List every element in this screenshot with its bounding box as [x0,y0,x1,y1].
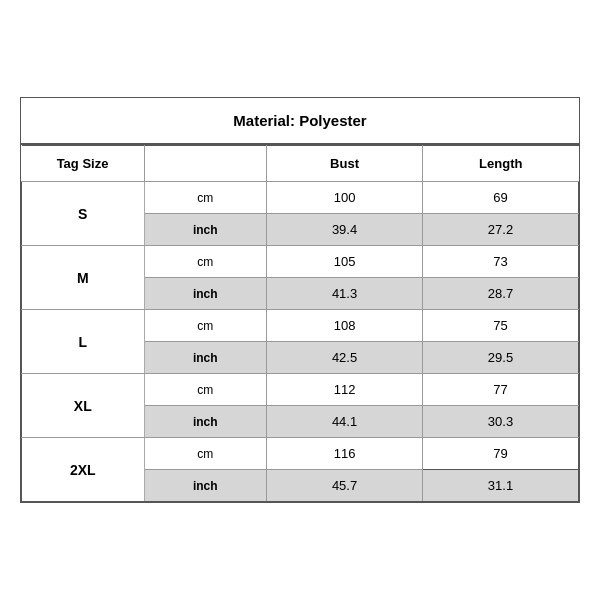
unit-cm-cell: cm [144,310,267,342]
tag-size-cell: 2XL [22,438,145,502]
length-inch-value: 27.2 [423,214,579,246]
unit-inch-cell: inch [144,278,267,310]
chart-title: Material: Polyester [21,98,579,144]
table-row: XLcm11277 [22,374,579,406]
tag-size-cell: XL [22,374,145,438]
bust-inch-value: 44.1 [267,406,423,438]
length-inch-value: 30.3 [423,406,579,438]
bust-cm-value: 100 [267,182,423,214]
length-inch-value: 29.5 [423,342,579,374]
bust-inch-value: 41.3 [267,278,423,310]
length-inch-value: 31.1 [423,470,579,502]
length-header: Length [423,146,579,182]
length-cm-value: 73 [423,246,579,278]
bust-cm-value: 112 [267,374,423,406]
bust-header: Bust [267,146,423,182]
length-cm-value: 69 [423,182,579,214]
unit-cm-cell: cm [144,374,267,406]
bust-inch-value: 39.4 [267,214,423,246]
unit-header [144,146,267,182]
bust-cm-value: 108 [267,310,423,342]
unit-inch-cell: inch [144,342,267,374]
table-header: Tag Size Bust Length [22,146,579,182]
unit-inch-cell: inch [144,406,267,438]
size-chart: Material: Polyester Tag Size Bust Length… [20,97,580,503]
table-row: Mcm10573 [22,246,579,278]
tag-size-cell: L [22,310,145,374]
bust-inch-value: 45.7 [267,470,423,502]
unit-inch-cell: inch [144,470,267,502]
table-row: 2XLcm11679 [22,438,579,470]
length-cm-value: 75 [423,310,579,342]
bust-cm-value: 116 [267,438,423,470]
unit-cm-cell: cm [144,438,267,470]
table-row: Scm10069 [22,182,579,214]
bust-inch-value: 42.5 [267,342,423,374]
length-cm-value: 79 [423,438,579,470]
unit-cm-cell: cm [144,182,267,214]
tag-size-header: Tag Size [22,146,145,182]
table-row: Lcm10875 [22,310,579,342]
tag-size-cell: M [22,246,145,310]
length-cm-value: 77 [423,374,579,406]
bust-cm-value: 105 [267,246,423,278]
tag-size-cell: S [22,182,145,246]
unit-inch-cell: inch [144,214,267,246]
unit-cm-cell: cm [144,246,267,278]
length-inch-value: 28.7 [423,278,579,310]
